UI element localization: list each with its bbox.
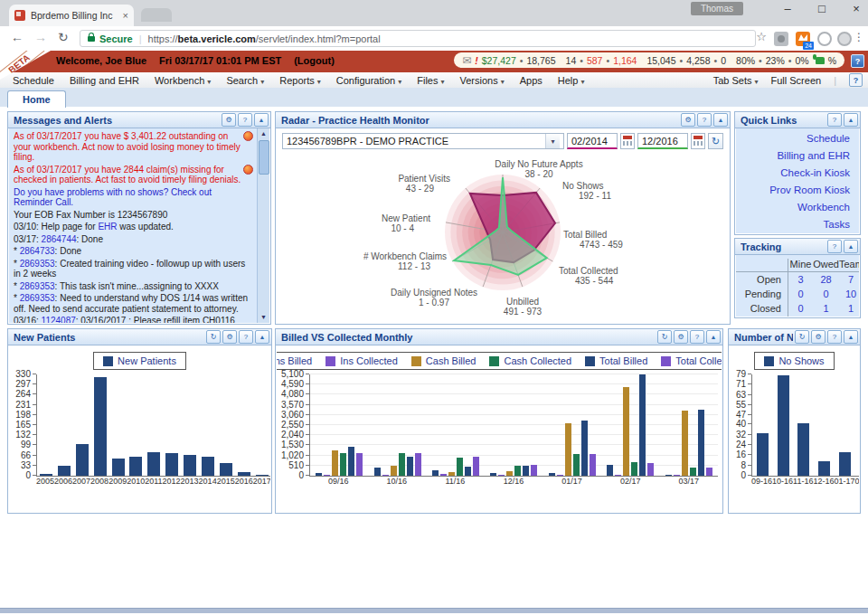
- menu-item-tab-sets[interactable]: Tab Sets▾: [713, 75, 759, 86]
- tracking-value[interactable]: 0: [788, 287, 813, 301]
- tracking-value[interactable]: 0: [788, 316, 813, 317]
- help-button[interactable]: ?: [239, 330, 253, 344]
- quick-link-workbench[interactable]: Workbench: [736, 199, 859, 216]
- scroll-up-icon[interactable]: ▲: [258, 128, 269, 139]
- menu-item-reports[interactable]: Reports▾: [279, 75, 321, 86]
- refresh-button[interactable]: ↻: [206, 330, 221, 344]
- messages-scrollbar[interactable]: ▲ ▼: [257, 128, 269, 323]
- tracking-value[interactable]: 28: [813, 272, 839, 287]
- profile-chip[interactable]: Thomas: [691, 2, 743, 15]
- message-link[interactable]: EHR: [98, 222, 117, 232]
- menu-item-apps[interactable]: Apps: [520, 75, 542, 86]
- message-link[interactable]: 2864733: [20, 246, 55, 256]
- message-link[interactable]: 2869353: [20, 259, 55, 269]
- quick-link-tasks[interactable]: Tasks: [736, 216, 859, 233]
- bar: [665, 475, 672, 476]
- gear-button[interactable]: ⚙: [674, 330, 688, 344]
- collapse-button[interactable]: ▲: [706, 330, 721, 344]
- refresh-button[interactable]: ↻: [795, 330, 809, 344]
- calendar-icon[interactable]: [620, 133, 635, 149]
- scroll-down-icon[interactable]: ▼: [258, 312, 269, 323]
- menu-item-files[interactable]: Files▾: [417, 75, 444, 86]
- tracking-value[interactable]: 0: [813, 287, 839, 301]
- maximize-button[interactable]: □: [816, 2, 828, 15]
- browser-tab[interactable]: Bprdemo Billing Inc ×: [9, 5, 134, 26]
- collapse-button[interactable]: ▲: [844, 113, 858, 127]
- tab-home[interactable]: Home: [7, 90, 66, 108]
- menu-item-versions[interactable]: Versions▾: [460, 75, 505, 86]
- screenshot-extension-icon[interactable]: [774, 32, 788, 46]
- address-bar[interactable]: Secure | https://beta.vericle.com/servle…: [80, 30, 756, 47]
- alert-icon[interactable]: [243, 165, 253, 175]
- message-link[interactable]: 2864744: [42, 234, 77, 244]
- help-button[interactable]: ?: [827, 330, 842, 344]
- back-icon[interactable]: ←: [11, 30, 24, 44]
- extension-circle2-icon[interactable]: [837, 32, 852, 46]
- tracking-value[interactable]: 0: [813, 316, 839, 317]
- envelope-icon[interactable]: ✉: [462, 54, 471, 67]
- bar-group: [55, 466, 73, 476]
- collapse-button[interactable]: ▲: [844, 240, 858, 253]
- help-button[interactable]: ?: [697, 113, 712, 127]
- quick-links-header: Quick Links ?▲: [735, 112, 860, 128]
- gear-button[interactable]: ⚙: [681, 113, 695, 127]
- banner-help-button[interactable]: ?: [851, 54, 864, 68]
- quick-link-prov-room-kiosk[interactable]: Prov Room Kiosk: [736, 182, 859, 199]
- x-tick-label: 2017: [253, 477, 270, 486]
- menu-item-workbench[interactable]: Workbench▾: [155, 75, 211, 86]
- logout-link[interactable]: (Logout): [294, 55, 335, 66]
- tracking-value[interactable]: 3: [788, 272, 813, 287]
- menu-item-schedule[interactable]: Schedule: [13, 75, 54, 86]
- menu-item-billing-and-ehr[interactable]: Billing and EHR: [70, 75, 139, 86]
- collapse-button[interactable]: ▲: [254, 113, 269, 127]
- message-link[interactable]: 2869353: [20, 293, 55, 303]
- bookmark-star-icon[interactable]: ☆: [756, 30, 767, 43]
- quick-link-check-in-kiosk[interactable]: Check-in Kiosk: [736, 165, 859, 182]
- tab-close-icon[interactable]: ×: [123, 10, 128, 21]
- quick-link-schedule[interactable]: Schedule: [736, 130, 859, 147]
- collapse-button[interactable]: ▲: [255, 330, 269, 344]
- refresh-button[interactable]: ↻: [657, 330, 672, 344]
- tracking-value[interactable]: 1: [813, 301, 839, 316]
- gear-button[interactable]: ⚙: [222, 330, 237, 344]
- refresh-icon[interactable]: ↻: [708, 133, 723, 149]
- collapse-button[interactable]: ▲: [713, 113, 728, 127]
- reload-icon[interactable]: ↻: [58, 30, 69, 44]
- gear-button[interactable]: ⚙: [222, 113, 236, 127]
- y-tick-label: 3,060: [281, 410, 304, 420]
- tracking-value[interactable]: 7: [839, 272, 859, 287]
- alert-icon[interactable]: [243, 131, 253, 141]
- minimize-button[interactable]: –: [781, 2, 794, 15]
- gear-button[interactable]: ⚙: [811, 330, 826, 344]
- menu-item-full-screen[interactable]: Full Screen: [771, 75, 822, 86]
- message-item: As of 03/17/2017 you have 2844 claim(s) …: [14, 165, 253, 185]
- practice-select[interactable]: 123456789BPR - DEMO PRACTICE ▾: [282, 133, 564, 149]
- browser-menu-icon[interactable]: ⋮: [854, 31, 864, 43]
- tracking-value[interactable]: 0: [839, 316, 859, 317]
- close-button[interactable]: ×: [850, 2, 863, 15]
- collapse-button[interactable]: ▲: [844, 330, 858, 344]
- help-button[interactable]: ?: [238, 113, 252, 127]
- message-link[interactable]: 1124087: [42, 316, 76, 323]
- menu-item-configuration[interactable]: Configuration▾: [336, 75, 401, 86]
- menu-item-search[interactable]: Search▾: [226, 75, 264, 86]
- scrollbar-thumb[interactable]: [259, 140, 269, 175]
- calendar-icon[interactable]: [691, 133, 705, 149]
- tracking-value[interactable]: 1: [839, 301, 859, 316]
- date-from-input[interactable]: 02/2014: [567, 133, 618, 149]
- quick-link-billing-and-ehr[interactable]: Billing and EHR: [736, 147, 859, 165]
- date-to-input[interactable]: 12/2016: [637, 133, 688, 149]
- help-button[interactable]: ?: [827, 240, 842, 253]
- tracking-value[interactable]: 10: [839, 287, 859, 301]
- help-button[interactable]: ?: [690, 330, 704, 344]
- tracking-value[interactable]: 0: [788, 301, 813, 316]
- extension-circle-icon[interactable]: [817, 32, 832, 46]
- menu-item-help[interactable]: Help▾: [558, 75, 585, 86]
- message-link[interactable]: 2869353: [20, 281, 55, 291]
- menubar-help-button[interactable]: ?: [849, 73, 863, 87]
- help-button[interactable]: ?: [827, 113, 842, 127]
- extension-icon[interactable]: 24: [796, 32, 810, 46]
- new-tab-button[interactable]: [141, 8, 172, 22]
- chevron-down-icon[interactable]: ▾: [545, 134, 560, 148]
- bar-group: [485, 465, 542, 476]
